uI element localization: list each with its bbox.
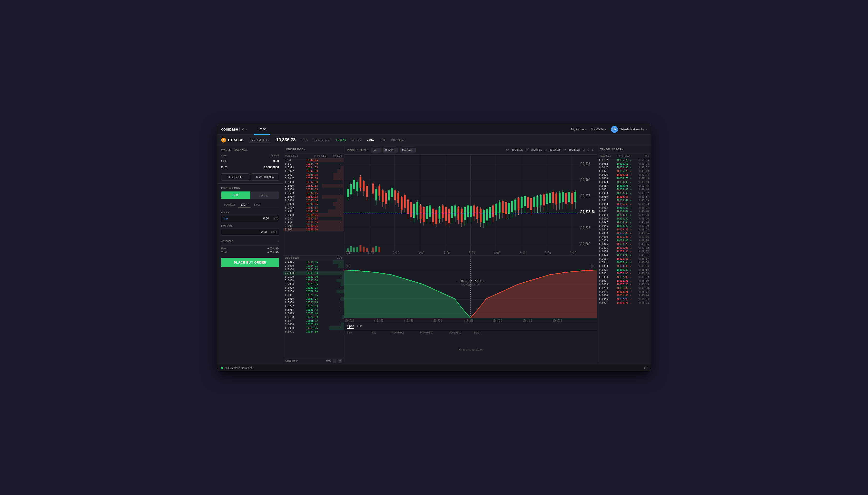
order-book-bid-row[interactable]: 0.0984 10333.50 - xyxy=(283,268,344,271)
trade-history-row[interactable]: 0.0047 10338.05 ↗ 9:50:02 xyxy=(597,166,651,169)
nav-tab-trade[interactable]: Trade xyxy=(254,124,270,135)
trade-history-row[interactable]: 0.007 10338.42 ↗ 9:45:35 xyxy=(597,199,651,202)
open-orders-tab[interactable]: Open xyxy=(347,324,354,329)
order-book-ask-row[interactable]: 0.2999 10344.35 - xyxy=(283,166,344,169)
order-book-bid-row[interactable]: 0.7599 10332.90 - xyxy=(283,275,344,279)
trade-history-row[interactable]: 0.0110 10338.42 ↗ 9:49:20 xyxy=(597,217,651,220)
order-book-bid-row[interactable]: 0.0021 10324.50 - xyxy=(283,330,344,334)
chart-type-select[interactable]: Candle xyxy=(383,148,398,153)
trade-history-row[interactable]: 0.0027 10338.63 ↗ 9:49:20 xyxy=(597,220,651,224)
trade-history-row[interactable]: 0.0102 10336.78 ↗ 9:50:15 xyxy=(597,158,651,162)
trade-history-row[interactable]: 0.1821 10336.98 ↗ 9:49:02 xyxy=(597,246,651,250)
order-book-bid-row[interactable]: 3.0268 10329.00 - xyxy=(283,290,344,293)
sell-tab[interactable]: SELL xyxy=(250,191,279,199)
trade-history-row[interactable]: 0.005 10336.42 ↗ 9:49:48 xyxy=(597,188,651,191)
order-book-bid-row[interactable]: 0.0999 10329.25 - xyxy=(283,286,344,290)
order-book-bid-row[interactable]: 0.6168 10326.30 - xyxy=(283,315,344,319)
order-book-bid-row[interactable]: 0.001 10328.15 - xyxy=(283,293,344,297)
nav-my-wallets[interactable]: My Wallets xyxy=(591,127,606,131)
order-book-bid-row[interactable]: 4.4045 10335.05 - xyxy=(283,260,344,264)
limit-price-input[interactable] xyxy=(222,228,269,235)
order-book-ask-row[interactable]: 5.601 10336.30 - xyxy=(283,228,344,232)
trade-history-row[interactable]: 0.0463 10338.03 ↗ 9:49:48 xyxy=(597,184,651,188)
trade-history-row[interactable]: 0.0024 10339.01 ↗ 9:49:01 xyxy=(597,253,651,257)
overlay-select[interactable]: Overlay xyxy=(400,148,416,153)
advanced-row[interactable]: Advanced xyxy=(221,238,279,244)
order-book-ask-row[interactable]: 1.0047 10343.50 - xyxy=(283,176,344,180)
order-book-bid-row[interactable]: 0.0023 10326.40 - xyxy=(283,311,344,315)
order-book-ask-row[interactable]: 1.4371 10340.00 - xyxy=(283,209,344,213)
place-buy-order-button[interactable]: PLACE BUY ORDER xyxy=(221,258,279,267)
trade-history-row[interactable]: 0.001 10338.42 ↗ 9:49:26 xyxy=(597,209,651,213)
trade-history-row[interactable]: 0.0054 10338.46 ↗ 9:49:20 xyxy=(597,213,651,217)
trade-history-row[interactable]: 0.3442 10336.84 ↗ 9:48:54 xyxy=(597,261,651,264)
nav-my-orders[interactable]: My Orders xyxy=(571,127,586,131)
trade-history-row[interactable]: 0.001 10332.95 ↗ 9:48:50 xyxy=(597,279,651,283)
agg-plus-button[interactable]: + xyxy=(338,359,342,363)
order-book-ask-row[interactable]: 0.6000 10341.80 - xyxy=(283,199,344,202)
order-book-ask-row[interactable]: 3.000 10336.35 - xyxy=(283,224,344,228)
order-book-bid-row[interactable]: 2.5000 10334.95 - xyxy=(283,264,344,268)
order-book-bid-row[interactable]: 25.3000 10333.00 - xyxy=(283,271,344,275)
order-book-bid-row[interactable]: 0.1000 10327.25 - xyxy=(283,301,344,304)
order-book-bid-row[interactable]: 0.05 10325.75 - xyxy=(283,319,344,323)
trade-history-row[interactable]: 0.0463 10336.71 ↗ 9:49:48 xyxy=(597,176,651,180)
order-book-ask-row[interactable]: 2.414 10336.55 - xyxy=(283,220,344,224)
trade-history-row[interactable]: 0.2933 10336.42 ↗ 9:49:06 xyxy=(597,239,651,242)
order-book-ask-row[interactable]: 2.0000 10342.85 - xyxy=(283,184,344,188)
order-book-ask-row[interactable]: 0.132 10337.35 - xyxy=(283,217,344,220)
order-book-ask-row[interactable]: 1.007 10343.75 - xyxy=(283,173,344,176)
order-book-bid-row[interactable]: 3.0000 10331.00 - xyxy=(283,279,344,282)
order-book-bid-row[interactable]: 1.0000 10325.45 - xyxy=(283,323,344,326)
order-book-ask-row[interactable]: 0.1000 10342.65 - xyxy=(283,188,344,191)
user-area[interactable]: SN Satoshi Nakamoto xyxy=(611,126,647,133)
select-market-button[interactable]: Select Market xyxy=(248,138,271,142)
order-book-ask-row[interactable]: 3.0000 10339.25 - xyxy=(283,213,344,217)
agg-minus-button[interactable]: − xyxy=(332,359,337,363)
order-book-ask-row[interactable]: 0.0688 10342.15 - xyxy=(283,191,344,195)
order-book-ask-row[interactable]: 0.1090 10342.90 - xyxy=(283,180,344,184)
trade-history-row[interactable]: 0.0013 10338.42 ↗ 9:49:42 xyxy=(597,191,651,195)
limit-order-tab[interactable]: LIMIT xyxy=(238,202,251,208)
order-book-ask-row[interactable]: 2.0000 10341.95 - xyxy=(283,195,344,199)
chart-nav-forward[interactable]: ▶ xyxy=(592,149,594,151)
order-book-ask-row[interactable]: 0.01 10344.40 - xyxy=(283,162,344,166)
stop-order-tab[interactable]: STOP xyxy=(251,202,264,208)
trade-history-row[interactable]: 0.0046 10339.25 ↗ 9:49:06 xyxy=(597,242,651,246)
trade-history-row[interactable]: 0.0023 10336.42 ↗ 9:48:53 xyxy=(597,268,651,272)
trade-history-row[interactable]: 0.005 10333.00 ↗ 9:48:53 xyxy=(597,272,651,275)
order-book-bid-row[interactable]: 0.0037 10326.45 - xyxy=(283,308,344,311)
trade-history-row[interactable]: 0.007 10335.29 ↗ 9:49:49 xyxy=(597,169,651,173)
trade-history-row[interactable]: 0.0027 10331.00 ↗ 9:48:22 xyxy=(597,301,651,305)
settings-icon[interactable]: ⚙ xyxy=(644,366,647,370)
trade-history-row[interactable]: 0.1094 10332.96 ↗ 9:48:53 xyxy=(597,275,651,279)
trade-history-row[interactable]: 0.0076 10335.00 ↗ 9:49:02 xyxy=(597,250,651,253)
timeframe-select[interactable]: 5m xyxy=(371,148,381,153)
trade-history-row[interactable]: 0.4000 10336.80 ↗ 9:49:06 xyxy=(597,235,651,239)
order-book-bid-row[interactable]: 6.0000 10325.25 - xyxy=(283,326,344,330)
trade-history-row[interactable]: 0.0083 10332.95 ↗ 9:48:43 xyxy=(597,283,651,286)
trade-history-row[interactable]: 0.0093 10338.27 ↗ 9:49:28 xyxy=(597,206,651,209)
order-book-ask-row[interactable]: 0.5922 10344.30 - xyxy=(283,169,344,173)
fills-tab[interactable]: Fills xyxy=(357,324,362,329)
order-book-bid-row[interactable]: 0.1222 10326.50 - xyxy=(283,304,344,308)
order-book-ask-row[interactable]: 0.7599 10340.35 - xyxy=(283,206,344,209)
trade-history-row[interactable]: 0.0048 10332.95 ↗ 9:48:28 xyxy=(597,290,651,293)
deposit-button[interactable]: ⊕ DEPOSIT xyxy=(221,173,249,181)
market-order-tab[interactable]: MARKET xyxy=(221,202,238,208)
trade-history-row[interactable]: 0.0030 10336.66 ↗ 9:49:37 xyxy=(597,195,651,199)
buy-tab[interactable]: BUY xyxy=(221,191,250,199)
trade-history-row[interactable]: 0.0046 10332.95 ↗ 9:48:24 xyxy=(597,297,651,301)
trade-history-row[interactable]: 0.0076 10336.13 ↗ 9:49:48 xyxy=(597,173,651,176)
amount-input[interactable] xyxy=(230,215,272,222)
trade-history-row[interactable]: 0.0952 10336.81 ↗ 9:50:14 xyxy=(597,162,651,166)
trade-history-row[interactable]: 0.0023 10338.05 ↗ 9:49:48 xyxy=(597,180,651,184)
trade-history-row[interactable]: 0.0046 10339.42 ↗ 9:49:19 xyxy=(597,224,651,228)
trade-history-row[interactable]: 0.0353 10333.01 ↗ 9:48:54 xyxy=(597,264,651,268)
trade-history-row[interactable]: 0.1667 10333.60 ↗ 9:48:57 xyxy=(597,257,651,261)
trade-history-row[interactable]: 0.0093 10336.69 ↗ 9:49:30 xyxy=(597,202,651,206)
withdraw-button[interactable]: ⊖ WITHDRAW xyxy=(251,173,279,181)
order-book-ask-row[interactable]: 3.14 10344.45 - xyxy=(283,158,344,162)
trade-history-row[interactable]: 0.0234 10331.02 ↗ 9:48:28 xyxy=(597,286,651,290)
order-book-bid-row[interactable]: 1.0000 10327.95 - xyxy=(283,297,344,301)
